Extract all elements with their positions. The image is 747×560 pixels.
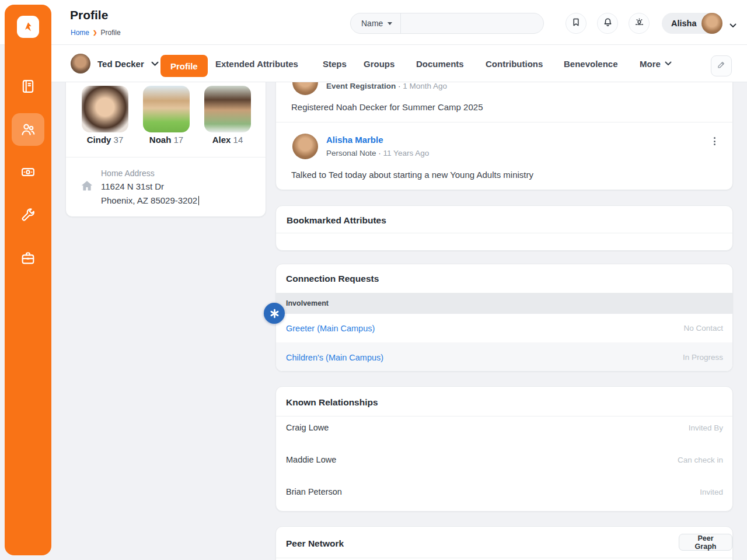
sidebar-item-tools[interactable] (20, 206, 36, 223)
meta-separator: · (398, 82, 401, 90)
sidebar-item-people[interactable] (20, 121, 36, 138)
tab-more[interactable]: More (640, 45, 672, 82)
card-divider (66, 157, 266, 158)
entry-time-ago: 1 Month Ago (403, 82, 447, 90)
home-icon (80, 179, 94, 193)
timeline-card: Event Registration · 1 Month Ago Registe… (275, 82, 733, 190)
relationship-person-name: Maddie Lowe (286, 455, 336, 464)
app-window: Profile Home ❯ Profile Name (0, 0, 747, 560)
note-options-kebab-icon[interactable] (709, 136, 720, 148)
tab-label: Contributions (486, 59, 543, 69)
edit-person-button[interactable] (711, 55, 732, 76)
peer-graph-button[interactable]: Peer Graph (679, 534, 732, 551)
family-member-photo-cindy[interactable] (82, 86, 128, 132)
relationship-row[interactable]: Brian Peterson Invited (276, 487, 732, 496)
tab-label: Extended Attributes (215, 59, 298, 69)
tab-label: Profile (170, 61, 198, 71)
tab-documents[interactable]: Documents (416, 45, 464, 82)
briefcase-icon (20, 250, 36, 266)
relationship-person-name: Brian Peterson (286, 487, 342, 496)
card-title: Known Relationships (286, 397, 378, 408)
relationship-type: Can check in (678, 456, 723, 464)
member-name: Cindy (87, 135, 111, 145)
connection-requests-column-header: Involvement (276, 293, 732, 314)
breadcrumb-current: Profile (101, 29, 121, 37)
chevron-down-icon (388, 22, 392, 25)
sidebar-item-finance[interactable] (20, 164, 36, 180)
family-member-label[interactable]: Alex 14 (204, 135, 251, 145)
tab-benevolence[interactable]: Benevolence (564, 45, 618, 82)
cash-icon (20, 164, 36, 180)
connection-request-link[interactable]: Greeter (Main Campus) (286, 324, 375, 333)
connection-status: No Contact (683, 324, 723, 332)
card-divider (276, 416, 732, 416)
tab-label: Documents (416, 59, 464, 69)
tab-label: More (640, 59, 661, 69)
family-member-photo-noah[interactable] (143, 86, 190, 132)
top-header: Profile Home ❯ Profile Name (0, 0, 747, 45)
card-divider (276, 233, 732, 233)
member-age: 14 (233, 135, 243, 145)
tab-profile[interactable]: Profile (160, 55, 208, 77)
search-filter-dropdown[interactable]: Name (351, 13, 401, 33)
tab-groups[interactable]: Groups (364, 45, 395, 82)
person-search-bar: Name (350, 13, 544, 34)
breadcrumb: Home ❯ Profile (71, 29, 121, 37)
relationship-row[interactable]: Maddie Lowe Can check in (276, 455, 732, 464)
bookmarks-button[interactable] (566, 13, 587, 34)
connection-request-link[interactable]: Children's (Main Campus) (286, 353, 383, 362)
card-title: Bookmarked Attributes (287, 215, 386, 226)
timeline-entry-meta: Personal Note · 11 Years Ago (326, 149, 429, 158)
relationship-row[interactable]: Craig Lowe Invited By (276, 423, 732, 432)
theme-toggle-button[interactable] (629, 13, 650, 34)
search-input[interactable] (401, 13, 543, 33)
text-cursor (198, 196, 199, 205)
tab-steps[interactable]: Steps (323, 45, 347, 82)
search-filter-label: Name (361, 19, 383, 28)
notifications-button[interactable] (597, 13, 618, 34)
book-icon (20, 78, 36, 94)
user-menu-chevron-down-icon[interactable] (729, 20, 736, 30)
tab-label: Benevolence (564, 59, 618, 69)
rock-arrow-icon (21, 20, 35, 34)
sidebar-item-book[interactable] (20, 78, 36, 94)
person-selector[interactable]: Ted Decker (71, 45, 159, 82)
card-divider (276, 122, 732, 123)
member-age: 17 (173, 135, 183, 145)
known-relationships-card: Known Relationships Craig Lowe Invited B… (275, 386, 733, 512)
address-label: Home Address (101, 169, 155, 178)
current-user-name: Alisha (662, 19, 697, 28)
member-name: Noah (149, 135, 172, 145)
relationship-type: Invited (700, 488, 723, 496)
rock-logo[interactable] (17, 16, 39, 38)
family-member-label[interactable]: Noah 17 (143, 135, 190, 145)
timeline-entry-avatar (292, 82, 318, 95)
wrench-icon (20, 206, 36, 223)
person-avatar (71, 54, 90, 74)
address-line1: 11624 N 31st Dr (101, 181, 164, 191)
connection-request-row[interactable]: Children's (Main Campus) In Progress (276, 342, 732, 372)
person-name: Ted Decker (97, 59, 144, 69)
entry-type: Event Registration (326, 82, 396, 90)
member-name: Alex (212, 135, 231, 145)
sidebar-item-admin[interactable] (20, 250, 36, 266)
connection-request-row[interactable]: Greeter (Main Campus) No Contact (276, 314, 732, 342)
address-line2[interactable]: Phoenix, AZ 85029-3202 (101, 195, 199, 205)
connection-requests-card: Connection Requests Involvement Greeter … (275, 264, 733, 372)
family-card: Cindy 37 Noah 17 Alex 14 Home Address 11… (65, 82, 266, 217)
timeline-entry-meta: Event Registration · 1 Month Ago (326, 82, 447, 90)
family-member-photo-alex[interactable] (204, 86, 251, 132)
highlight-marker-asterisk-icon[interactable] (264, 303, 285, 324)
bookmarked-attributes-card: Bookmarked Attributes (275, 205, 733, 251)
breadcrumb-home-link[interactable]: Home (71, 29, 89, 37)
tab-contributions[interactable]: Contributions (486, 45, 543, 82)
tab-extended-attributes[interactable]: Extended Attributes (215, 45, 298, 82)
people-icon (20, 121, 36, 138)
bell-icon (602, 17, 613, 30)
page-title: Profile (70, 8, 108, 22)
current-user-avatar (701, 13, 722, 34)
note-author-link[interactable]: Alisha Marble (326, 135, 383, 145)
current-user-menu[interactable]: Alisha (662, 13, 722, 34)
family-member-label[interactable]: Cindy 37 (82, 135, 128, 145)
chevron-down-icon (665, 61, 672, 66)
